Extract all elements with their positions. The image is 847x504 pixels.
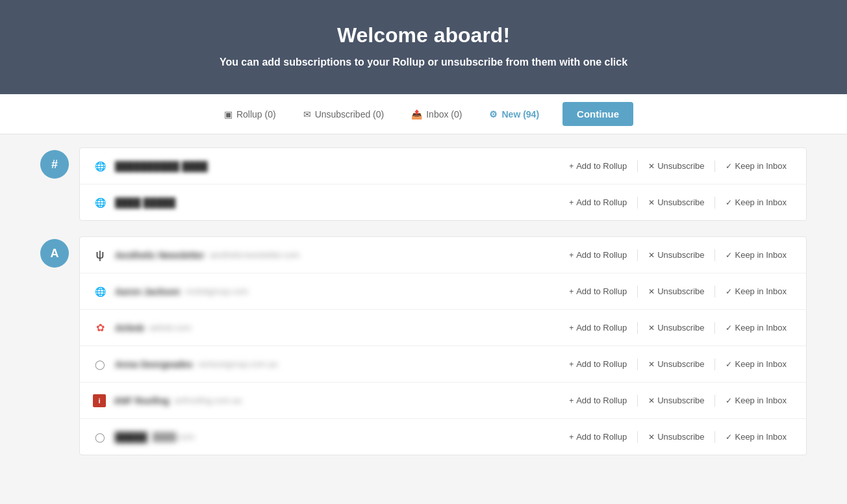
keep-in-inbox-button[interactable]: ✓ Keep in Inbox — [719, 246, 793, 264]
divider — [714, 249, 715, 261]
check-icon: ✓ — [726, 251, 732, 260]
unsubscribe-button[interactable]: ✕ Unsubscribe — [642, 392, 711, 409]
divider — [637, 359, 638, 370]
unsubscribe-button[interactable]: ✕ Unsubscribe — [642, 194, 711, 211]
divider — [637, 197, 638, 208]
divider — [637, 286, 638, 297]
unsubscribed-icon: ✉ — [303, 109, 311, 120]
check-icon: ✓ — [726, 198, 732, 207]
sub-actions: + Add to Rollup ✕ Unsubscribe ✓ Keep in … — [563, 392, 793, 409]
sub-actions: + Add to Rollup ✕ Unsubscribe ✓ Keep in … — [563, 157, 793, 175]
plus-icon: + — [569, 162, 574, 171]
keep-in-inbox-button[interactable]: ✓ Keep in Inbox — [719, 392, 793, 409]
sub-actions: + Add to Rollup ✕ Unsubscribe ✓ Keep in … — [563, 319, 793, 336]
sub-email: ████.com — [153, 432, 195, 442]
add-to-rollup-button[interactable]: + Add to Rollup — [563, 392, 633, 409]
plus-icon: + — [569, 323, 574, 333]
circle-icon: ◯ — [93, 430, 107, 444]
new-icon: ⚙ — [489, 109, 498, 120]
keep-in-inbox-button[interactable]: ✓ Keep in Inbox — [719, 157, 793, 175]
globe-icon: 🌐 — [93, 195, 107, 210]
plus-icon: + — [569, 198, 574, 207]
divider — [714, 359, 715, 370]
table-row: ◯ █████ ████.com + Add to Rollup ✕ Unsub… — [80, 419, 806, 455]
divider — [714, 197, 715, 208]
plus-icon: + — [569, 287, 574, 296]
sub-email: aestheticnewsletter.com — [210, 250, 300, 260]
keep-in-inbox-button[interactable]: ✓ Keep in Inbox — [719, 355, 793, 373]
sub-name: Anna Georgeades — [115, 359, 193, 370]
keep-in-inbox-button[interactable]: ✓ Keep in Inbox — [719, 194, 793, 211]
red-square-icon: i — [93, 394, 106, 407]
sub-email: anfroofing.com.au — [175, 396, 242, 405]
inbox-icon: 📤 — [411, 109, 422, 120]
divider — [637, 395, 638, 407]
sub-email: venturegroup.com.au — [198, 359, 278, 369]
x-icon: ✕ — [648, 360, 655, 369]
divider — [637, 249, 638, 261]
sub-actions: + Add to Rollup ✕ Unsubscribe ✓ Keep in … — [563, 194, 793, 211]
sub-name: Aaron Jackson — [115, 286, 180, 297]
unsubscribe-button[interactable]: ✕ Unsubscribe — [642, 157, 711, 175]
add-to-rollup-button[interactable]: + Add to Rollup — [563, 355, 633, 373]
divider — [714, 431, 715, 443]
section-a: A ψ Aesthetic Newsletter aestheticnewsle… — [40, 236, 807, 455]
divider — [714, 322, 715, 334]
add-to-rollup-button[interactable]: + Add to Rollup — [563, 283, 633, 300]
add-to-rollup-button[interactable]: + Add to Rollup — [563, 194, 633, 211]
divider — [637, 160, 638, 172]
unsubscribe-button[interactable]: ✕ Unsubscribe — [642, 319, 711, 336]
keep-in-inbox-button[interactable]: ✓ Keep in Inbox — [719, 319, 793, 336]
tab-rollup[interactable]: ▣ Rollup (0) — [214, 104, 286, 125]
section-hash: # 🌐 ██████████ ████ + Add to Rollup ✕ — [40, 147, 807, 221]
sub-name: █████ — [115, 432, 147, 442]
sub-name: ██████████ ████ — [115, 161, 208, 171]
divider — [714, 160, 715, 172]
nav-bar: ▣ Rollup (0) ✉ Unsubscribed (0) 📤 Inbox … — [0, 94, 847, 134]
table-row: ψ Aesthetic Newsletter aestheticnewslett… — [80, 237, 806, 273]
tab-inbox[interactable]: 📤 Inbox (0) — [401, 104, 472, 125]
divider — [637, 431, 638, 443]
x-icon: ✕ — [648, 162, 655, 171]
sub-name: Aesthetic Newsletter — [115, 250, 205, 260]
add-to-rollup-button[interactable]: + Add to Rollup — [563, 246, 633, 264]
circle-icon: ◯ — [93, 357, 107, 372]
check-icon: ✓ — [726, 433, 732, 442]
x-icon: ✕ — [648, 433, 655, 442]
tab-unsubscribed[interactable]: ✉ Unsubscribed (0) — [293, 104, 395, 125]
sub-actions: + Add to Rollup ✕ Unsubscribe ✓ Keep in … — [563, 283, 793, 300]
unsubscribe-button[interactable]: ✕ Unsubscribe — [642, 246, 711, 264]
unsubscribe-button[interactable]: ✕ Unsubscribe — [642, 428, 711, 446]
sub-info: ████ █████ — [115, 197, 555, 208]
sub-name: Airbnb — [115, 323, 144, 333]
keep-in-inbox-button[interactable]: ✓ Keep in Inbox — [719, 283, 793, 300]
sub-email: rocketgroup.com — [185, 286, 248, 296]
check-icon: ✓ — [726, 287, 732, 296]
table-row: 🌐 Aaron Jackson rocketgroup.com + Add to… — [80, 273, 806, 310]
check-icon: ✓ — [726, 162, 732, 171]
x-icon: ✕ — [648, 396, 655, 405]
unsubscribe-button[interactable]: ✕ Unsubscribe — [642, 355, 711, 373]
plus-icon: + — [569, 360, 574, 369]
x-icon: ✕ — [648, 323, 655, 333]
continue-button[interactable]: Continue — [563, 102, 633, 126]
sub-actions: + Add to Rollup ✕ Unsubscribe ✓ Keep in … — [563, 355, 793, 373]
unsubscribe-button[interactable]: ✕ Unsubscribe — [642, 283, 711, 300]
check-icon: ✓ — [726, 360, 732, 369]
tab-new[interactable]: ⚙ New (94) — [479, 104, 550, 125]
keep-in-inbox-button[interactable]: ✓ Keep in Inbox — [719, 428, 793, 446]
add-to-rollup-button[interactable]: + Add to Rollup — [563, 428, 633, 446]
add-to-rollup-button[interactable]: + Add to Rollup — [563, 157, 633, 175]
sub-info: Aaron Jackson rocketgroup.com — [115, 286, 555, 297]
add-to-rollup-button[interactable]: + Add to Rollup — [563, 319, 633, 336]
sub-name: ANF Roofing — [114, 396, 170, 406]
airbnb-icon: ✿ — [93, 321, 107, 335]
sub-info: █████ ████.com — [115, 432, 555, 442]
x-icon: ✕ — [648, 251, 655, 260]
header-subtitle: You can add subscriptions to your Rollup… — [13, 57, 834, 68]
divider — [714, 286, 715, 297]
divider — [714, 395, 715, 407]
x-icon: ✕ — [648, 198, 655, 207]
table-row: 🌐 ████ █████ + Add to Rollup ✕ Unsubscri… — [80, 184, 806, 220]
globe-icon: 🌐 — [93, 284, 107, 299]
